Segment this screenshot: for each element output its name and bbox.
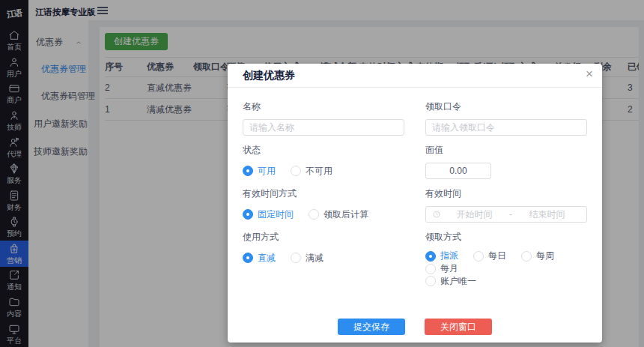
radio-weekly[interactable]: 每周 (521, 250, 554, 262)
radio-label: 账户唯一 (440, 275, 476, 288)
field-claim-code: 领取口令 (425, 100, 587, 136)
clock-icon (432, 210, 441, 219)
claim-code-input[interactable] (425, 119, 587, 136)
modal-title: 创建优惠券 (243, 69, 295, 82)
field-claim-mode: 领取方式 指派 每日 每周 每月 账户唯一 (425, 231, 587, 289)
radio-icon (243, 166, 253, 176)
radio-label: 可用 (258, 165, 276, 178)
field-label: 名称 (243, 100, 404, 113)
status-radio-group: 可用 不可用 (243, 163, 404, 179)
radio-icon (309, 209, 319, 220)
radio-after-claim[interactable]: 领取后计算 (309, 208, 368, 221)
radio-icon (243, 253, 253, 263)
radio-icon (425, 264, 436, 274)
modal-form: 名称 领取口令 状态 可用 不可用 面值 有效时间方式 (228, 88, 602, 289)
radio-icon (473, 251, 484, 262)
radio-label: 每日 (488, 250, 506, 262)
radio-icon (291, 253, 301, 263)
field-face-value: 面值 (425, 144, 587, 179)
radio-label: 满减 (306, 252, 323, 265)
radio-status-unavailable[interactable]: 不可用 (291, 165, 332, 178)
radio-icon (425, 276, 436, 286)
field-label: 有效时间 (425, 187, 587, 200)
field-label: 使用方式 (243, 231, 404, 244)
field-label: 有效时间方式 (243, 187, 404, 200)
radio-icon (425, 251, 436, 262)
valid-time-range-picker[interactable]: 开始时间 - 结束时间 (425, 206, 587, 223)
radio-label: 领取后计算 (323, 208, 368, 221)
radio-icon (243, 209, 253, 220)
field-label: 面值 (425, 144, 587, 157)
field-label: 领取方式 (425, 231, 587, 244)
claim-mode-radio-group: 指派 每日 每周 每月 (425, 250, 587, 266)
radio-label: 每月 (440, 262, 458, 275)
radio-threshold-discount[interactable]: 满减 (291, 252, 323, 265)
radio-label: 直减 (258, 252, 276, 265)
field-label: 领取口令 (425, 100, 587, 113)
modal-header: 创建优惠券 (228, 64, 602, 88)
app-window: 江语 首页 用户 商户 技师 代理 服务 财务 (0, 0, 644, 347)
field-name: 名称 (243, 100, 404, 136)
radio-daily[interactable]: 每日 (473, 250, 506, 262)
radio-direct-discount[interactable]: 直减 (243, 252, 276, 265)
radio-monthly[interactable]: 每月 (425, 262, 458, 275)
radio-status-available[interactable]: 可用 (243, 165, 276, 178)
radio-label: 不可用 (306, 165, 332, 178)
close-icon[interactable]: × (586, 67, 593, 82)
close-window-button[interactable]: 关闭窗口 (425, 319, 492, 335)
valid-mode-radio-group: 固定时间 领取后计算 (243, 206, 404, 223)
modal-footer: 提交保存 关闭窗口 (228, 319, 602, 335)
range-separator: - (508, 209, 514, 220)
radio-icon (521, 251, 532, 262)
radio-label: 每周 (536, 250, 554, 262)
field-status: 状态 可用 不可用 (243, 144, 404, 179)
field-valid-time: 有效时间 开始时间 - 结束时间 (425, 187, 587, 223)
radio-fixed-time[interactable]: 固定时间 (243, 208, 294, 221)
field-label: 状态 (243, 144, 404, 157)
radio-label: 指派 (440, 250, 458, 262)
create-coupon-modal: 创建优惠券 × 名称 领取口令 状态 可用 不可用 面值 (228, 64, 602, 343)
radio-icon (291, 166, 301, 176)
end-time-placeholder: 结束时间 (514, 208, 580, 221)
radio-label: 固定时间 (258, 208, 294, 221)
name-input[interactable] (243, 119, 404, 136)
face-value-input[interactable] (425, 163, 491, 179)
field-usage-mode: 使用方式 直减 满减 (243, 231, 404, 289)
start-time-placeholder: 开始时间 (441, 208, 508, 221)
radio-assign[interactable]: 指派 (425, 250, 458, 262)
radio-account-unique[interactable]: 账户唯一 (425, 275, 476, 288)
claim-mode-radio-group-row2: 账户唯一 (425, 273, 587, 289)
usage-mode-radio-group: 直减 满减 (243, 250, 404, 266)
field-valid-time-mode: 有效时间方式 固定时间 领取后计算 (243, 187, 404, 223)
submit-save-button[interactable]: 提交保存 (338, 319, 405, 335)
